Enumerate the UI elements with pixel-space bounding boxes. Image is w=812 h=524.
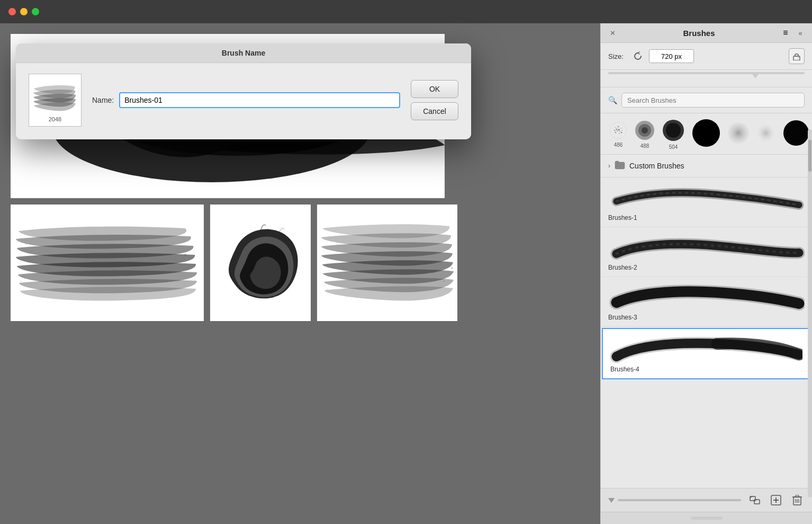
name-input[interactable] [119, 92, 400, 108]
maximize-button[interactable] [32, 8, 39, 15]
name-row: Name: [92, 92, 400, 108]
dialog-buttons: OK Cancel [411, 80, 458, 120]
brush-thumbnail-img [31, 78, 79, 115]
brush-name-dialog: Brush Name [16, 43, 471, 139]
brush-thumbnail-box: 2048 [29, 74, 82, 127]
cancel-button[interactable]: Cancel [411, 102, 458, 120]
ok-button[interactable]: OK [411, 80, 458, 98]
dialog-overlay: Brush Name [0, 23, 812, 524]
dialog-content: 2048 Name: OK Cancel [16, 63, 471, 139]
name-label: Name: [92, 96, 114, 104]
close-button[interactable] [8, 8, 16, 15]
dialog-title: Brush Name [222, 49, 265, 57]
main-area: ✕ Brushes ≡ « Size: [0, 23, 812, 524]
minimize-button[interactable] [20, 8, 28, 15]
dialog-titlebar: Brush Name [16, 43, 471, 63]
brush-size-label: 2048 [49, 116, 61, 122]
title-bar [0, 0, 812, 23]
traffic-lights [8, 8, 39, 15]
